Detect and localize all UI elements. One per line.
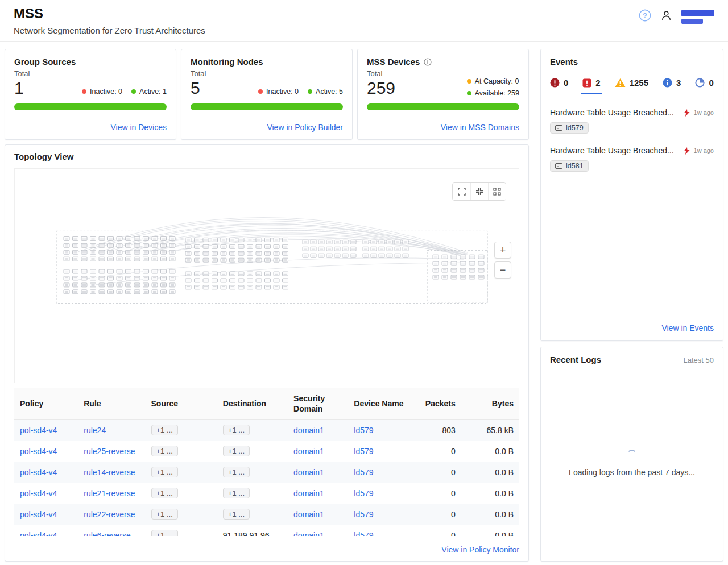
total-block: Total 259 <box>367 69 395 98</box>
device-link[interactable]: ld579 <box>354 468 373 477</box>
zoom-controls: + − <box>494 242 511 279</box>
help-icon[interactable]: ? <box>639 9 651 22</box>
view-in-events-link[interactable]: View in Events <box>661 323 714 333</box>
severity-warning-tab[interactable]: 1255 <box>615 78 648 94</box>
policy-link[interactable]: pol-sd4-v4 <box>20 510 57 519</box>
collapse-button[interactable] <box>470 183 488 200</box>
view-in-policy-builder-link[interactable]: View in Policy Builder <box>267 123 343 132</box>
device-link[interactable]: ld579 <box>354 426 373 435</box>
rule-link[interactable]: rule21-reverse <box>84 489 135 498</box>
user-icon[interactable] <box>660 9 672 22</box>
status-legend: Inactive: 0 Active: 1 <box>82 88 167 98</box>
topology-canvas[interactable]: + − <box>14 168 519 383</box>
severity-count: 0 <box>709 78 713 88</box>
destination-chip[interactable]: +1 ... <box>223 467 250 477</box>
destination-chip[interactable]: +1 ... <box>223 425 250 435</box>
collapse-icon <box>475 188 483 196</box>
device-chip[interactable]: ld581 <box>550 160 589 172</box>
warning-icon <box>615 78 626 88</box>
domain-link[interactable]: domain1 <box>293 531 324 537</box>
legend-label: Inactive: 0 <box>90 88 122 95</box>
group-sources-card: Group Sources Total 1 Inactive: 0 Active… <box>5 49 176 140</box>
bytes-value: 0.0 B <box>461 504 519 525</box>
source-chip[interactable]: +1 ... <box>151 530 178 536</box>
severity-count: 1255 <box>630 78 648 88</box>
policy-link[interactable]: pol-sd4-v4 <box>20 426 57 435</box>
severity-filter-row: 0 2 1255 <box>550 78 714 94</box>
source-chip[interactable]: +1 ... <box>151 509 178 520</box>
topology-card: Topology View <box>5 144 529 562</box>
severity-minor-tab[interactable]: 3 <box>663 78 681 94</box>
info-icon[interactable] <box>424 58 432 66</box>
bytes-value: 0.0 B <box>461 525 519 536</box>
device-link[interactable]: ld579 <box>354 510 373 519</box>
fit-view-button[interactable] <box>488 183 506 200</box>
fullscreen-button[interactable] <box>453 183 470 200</box>
total-value: 259 <box>367 78 395 98</box>
total-label: Total <box>191 69 206 78</box>
device-link[interactable]: ld579 <box>354 531 373 537</box>
domain-link[interactable]: domain1 <box>293 426 324 435</box>
severity-unknown-tab[interactable]: 0 <box>695 78 713 94</box>
source-chip[interactable]: +1 ... <box>151 467 178 477</box>
view-in-devices-link[interactable]: View in Devices <box>110 123 167 132</box>
col-rule[interactable]: Rule <box>78 388 145 419</box>
domain-link[interactable]: domain1 <box>293 510 324 519</box>
rule-link[interactable]: rule14-reverse <box>84 468 135 477</box>
device-link[interactable]: ld579 <box>354 489 373 498</box>
domain-link[interactable]: domain1 <box>293 447 324 456</box>
view-in-policy-monitor-link[interactable]: View in Policy Monitor <box>441 545 519 554</box>
severity-critical-tab[interactable]: 0 <box>550 78 568 94</box>
col-packets[interactable]: Packets <box>412 388 461 419</box>
legend-item-available: Available: 259 <box>467 89 519 97</box>
destination-chip[interactable]: +1 ... <box>223 446 250 456</box>
fit-view-icon <box>493 188 501 196</box>
destination-value[interactable]: 91.189.91.96 <box>223 531 270 537</box>
policy-link[interactable]: pol-sd4-v4 <box>20 447 57 456</box>
left-column: Group Sources Total 1 Inactive: 0 Active… <box>5 49 529 562</box>
source-chip[interactable]: +1 ... <box>151 446 178 456</box>
header-actions: ? <box>639 5 714 41</box>
policy-link[interactable]: pol-sd4-v4 <box>20 489 57 498</box>
redacted-user-name <box>681 9 714 24</box>
rule-link[interactable]: rule24 <box>84 426 106 435</box>
right-column: Events 0 2 <box>540 49 723 562</box>
info-icon <box>663 78 672 88</box>
col-bytes[interactable]: Bytes <box>461 388 519 419</box>
col-destination[interactable]: Destination <box>217 388 288 419</box>
zoom-in-button[interactable]: + <box>494 242 511 259</box>
col-security-domain[interactable]: Security Domain <box>288 388 348 419</box>
view-in-mss-domains-link[interactable]: View in MSS Domains <box>441 123 519 132</box>
monitoring-nodes-card: Monitoring Nodes Total 5 Inactive: 0 Act… <box>181 49 353 140</box>
topology-graph <box>15 169 519 383</box>
rule-link[interactable]: rule25-reverse <box>84 447 135 456</box>
legend-item-inactive: Inactive: 0 <box>258 88 299 95</box>
domain-link[interactable]: domain1 <box>293 489 324 498</box>
critical-icon <box>550 78 560 88</box>
device-chip[interactable]: ld579 <box>550 122 589 134</box>
source-chip[interactable]: +1 ... <box>151 425 178 435</box>
destination-chip[interactable]: +1 ... <box>223 488 250 498</box>
severity-major-tab[interactable]: 2 <box>582 78 600 94</box>
event-item[interactable]: Hardware Table Usage Breached... 1w ago <box>550 102 714 140</box>
page-title: MSS <box>14 5 205 22</box>
packets-value: 0 <box>412 525 461 536</box>
policy-link[interactable]: pol-sd4-v4 <box>20 531 57 537</box>
capacity-bar <box>367 103 519 110</box>
legend-item-active: Active: 1 <box>131 88 167 95</box>
rule-link[interactable]: rule22-reverse <box>84 510 135 519</box>
rule-link[interactable]: rule6-reverse <box>84 531 130 537</box>
event-item[interactable]: Hardware Table Usage Breached... 1w ago <box>550 140 714 178</box>
device-link[interactable]: ld579 <box>354 447 373 456</box>
col-device-name[interactable]: Device Name <box>348 388 412 419</box>
at-capacity-dot <box>467 79 471 84</box>
col-source[interactable]: Source <box>146 388 217 419</box>
destination-chip[interactable]: +1 ... <box>223 509 250 520</box>
policy-link[interactable]: pol-sd4-v4 <box>20 468 57 477</box>
source-chip[interactable]: +1 ... <box>151 488 178 498</box>
packets-value: 0 <box>412 504 461 525</box>
col-policy[interactable]: Policy <box>14 388 78 419</box>
page-subtitle: Network Segmentation for Zero Trust Arch… <box>14 26 205 35</box>
domain-link[interactable]: domain1 <box>293 468 324 477</box>
zoom-out-button[interactable]: − <box>494 261 511 279</box>
